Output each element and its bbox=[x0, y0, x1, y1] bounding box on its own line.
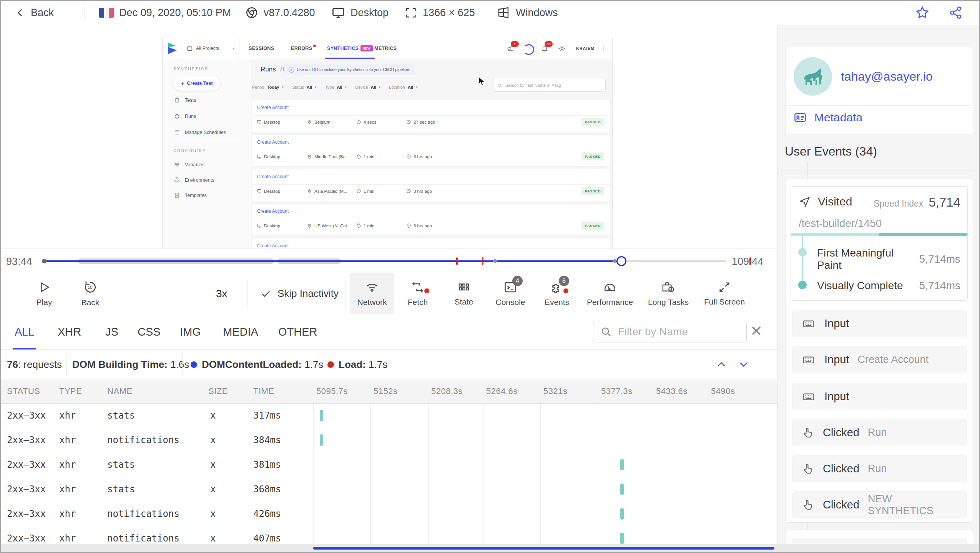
runs-filters: PeriodToday▾ StatusAll▾ TypeAll▾ DeviceA… bbox=[252, 85, 418, 89]
network-request-row[interactable]: 2xx–3xx xhr stats x 317ms bbox=[1, 403, 777, 428]
net-tab-js[interactable]: JS bbox=[105, 314, 118, 349]
filter-device[interactable]: DeviceAll▾ bbox=[355, 85, 380, 89]
cli-link[interactable]: CLI bbox=[312, 67, 318, 72]
horizontal-scrollbar[interactable] bbox=[1, 544, 980, 552]
user-email-link[interactable]: tahay@asayer.io bbox=[841, 70, 933, 84]
run-card[interactable]: Create Account Desktop Canada (Central) … bbox=[252, 238, 610, 248]
filter-input[interactable] bbox=[617, 325, 734, 338]
filter-location[interactable]: LocationAll▾ bbox=[389, 85, 417, 89]
app-tab-metrics[interactable]: METRICS bbox=[374, 38, 397, 59]
network-request-row[interactable]: 2xx–3xx xhr notifications x 384ms bbox=[1, 428, 777, 452]
event-item-clicked[interactable]: Clicked Run bbox=[792, 455, 967, 482]
run-card[interactable]: Create Account Desktop Belgium 4 secs 27… bbox=[252, 100, 610, 132]
marker-diamond[interactable] bbox=[492, 258, 497, 263]
event-item-input[interactable]: Input Create Account bbox=[792, 346, 967, 373]
topbar-divider bbox=[85, 5, 85, 20]
sidebar-section-configure: CONFIGURE bbox=[173, 148, 206, 153]
test-search-input[interactable]: Search by Test Name or #Tag bbox=[493, 79, 606, 92]
back-button[interactable]: Back bbox=[15, 1, 54, 25]
net-tab-other[interactable]: OTHER bbox=[278, 314, 317, 349]
jump-next-button[interactable] bbox=[737, 359, 750, 370]
network-request-row[interactable]: 2xx–3xx xhr stats x 381ms bbox=[1, 452, 777, 477]
id-card-icon bbox=[793, 111, 807, 124]
event-tick[interactable] bbox=[482, 257, 483, 265]
speed-toggle[interactable]: 3x bbox=[216, 273, 228, 314]
network-panel-button[interactable]: Network bbox=[350, 273, 394, 314]
sidebar-item-environments[interactable]: Environments bbox=[174, 177, 214, 183]
calendar-icon bbox=[174, 129, 180, 135]
france-flag-icon bbox=[99, 8, 114, 18]
dom-content-loaded: DOMContentLoaded: 1.7s bbox=[191, 349, 323, 379]
sidebar-item-runs[interactable]: Runs bbox=[174, 113, 196, 119]
run-card[interactable]: Create Account Desktop Asia Pacific (M..… bbox=[252, 169, 610, 201]
event-tick[interactable] bbox=[456, 257, 458, 265]
back-10-icon: 10 bbox=[83, 280, 98, 295]
project-selector[interactable]: All Projects ▾ bbox=[181, 38, 239, 59]
star-icon bbox=[915, 5, 930, 20]
app-user-menu[interactable]: KRAIEM bbox=[576, 46, 595, 51]
terminal-icon: 4 bbox=[503, 280, 517, 294]
session-date: Dec 09, 2020, 05:10 PM bbox=[99, 1, 231, 25]
events-panel-button[interactable]: 6 Events bbox=[536, 273, 578, 314]
net-tab-img[interactable]: IMG bbox=[180, 314, 201, 349]
share-button[interactable] bbox=[948, 1, 963, 25]
app-tab-synthetics[interactable]: SYNTHETICS NEW bbox=[327, 38, 373, 59]
test-name-link[interactable]: Create Account bbox=[257, 139, 289, 145]
event-item-input[interactable]: Input bbox=[792, 383, 967, 410]
filter-period[interactable]: PeriodToday▾ bbox=[252, 85, 284, 89]
timeline-track[interactable] bbox=[44, 249, 726, 273]
scrollbar-thumb[interactable] bbox=[313, 547, 774, 550]
col-t4: 5321s bbox=[543, 379, 567, 403]
create-test-button[interactable]: + Create Test bbox=[173, 76, 220, 91]
close-panel-button[interactable]: ✕ bbox=[750, 323, 762, 339]
run-card[interactable]: Create Account Desktop Middle East (Ba..… bbox=[252, 135, 610, 166]
run-card[interactable]: Create Account Desktop US West (N. Cal..… bbox=[252, 204, 610, 235]
net-tab-all[interactable]: ALL bbox=[15, 314, 35, 349]
announcements-button[interactable]: 1 bbox=[507, 45, 514, 52]
sidebar-item-manage-schedules[interactable]: Manage Schedules bbox=[174, 129, 226, 135]
net-tab-css[interactable]: CSS bbox=[138, 314, 161, 349]
sidebar-item-tests[interactable]: Tests bbox=[174, 97, 196, 103]
event-item-clicked[interactable]: Clicked NEW SYNTHETICS bbox=[792, 491, 967, 518]
performance-panel-button[interactable]: Performance bbox=[583, 273, 637, 314]
long-tasks-panel-button[interactable]: Long Tasks bbox=[643, 273, 693, 314]
console-panel-button[interactable]: 4 Console bbox=[489, 273, 532, 314]
favorite-button[interactable] bbox=[915, 1, 930, 25]
app-tab-sessions[interactable]: SESSIONS bbox=[249, 38, 274, 59]
speed-index-label: Speed Index bbox=[874, 199, 923, 209]
filter-status[interactable]: StatusAll▾ bbox=[292, 85, 317, 89]
jump-previous-button[interactable] bbox=[715, 359, 728, 370]
play-button[interactable]: Play bbox=[27, 273, 61, 314]
playhead[interactable] bbox=[616, 256, 626, 266]
net-tab-xhr[interactable]: XHR bbox=[58, 314, 81, 349]
net-tab-media[interactable]: MEDIA bbox=[223, 314, 258, 349]
notifications-badge: 33 bbox=[545, 41, 553, 47]
network-request-row[interactable]: 2xx–3xx xhr stats x 368ms bbox=[1, 477, 777, 502]
hand-pointer-icon bbox=[801, 426, 814, 439]
status-badge: PASSED bbox=[581, 187, 604, 195]
event-item-input[interactable]: Input bbox=[792, 310, 967, 337]
back-10s-button[interactable]: 10 Back bbox=[73, 273, 108, 314]
event-item-clicked[interactable]: Clicked Run bbox=[792, 419, 967, 446]
sidebar-item-variables[interactable]: Variables bbox=[174, 162, 204, 167]
app-tab-errors[interactable]: ERRORS bbox=[291, 38, 316, 59]
skip-inactivity-toggle[interactable]: Skip Inactivity bbox=[261, 273, 339, 314]
fetch-panel-button[interactable]: Fetch bbox=[397, 273, 439, 314]
user-card: tahay@asayer.io Metadata bbox=[785, 47, 973, 134]
settings-gear-icon[interactable] bbox=[558, 45, 566, 52]
test-name-link[interactable]: Create Account bbox=[257, 174, 289, 179]
kebab-menu-icon[interactable]: ⋮ bbox=[601, 45, 606, 51]
full-screen-button[interactable]: Full Screen bbox=[699, 273, 749, 314]
test-name-link[interactable]: Create Account bbox=[257, 243, 289, 248]
test-name-link[interactable]: Create Account bbox=[257, 105, 289, 110]
metadata-button[interactable]: Metadata bbox=[793, 111, 862, 124]
load-time: Load: 1.7s bbox=[327, 349, 387, 379]
notifications-button[interactable]: 33 bbox=[541, 45, 548, 52]
test-name-link[interactable]: Create Account bbox=[257, 209, 289, 214]
visited-event-card[interactable]: Visited Speed Index 5,714 /test-builder/… bbox=[791, 186, 968, 301]
network-request-row[interactable]: 2xx–3xx xhr notifications x 426ms bbox=[1, 502, 777, 526]
state-panel-button[interactable]: State bbox=[443, 273, 485, 314]
filter-by-name-field[interactable] bbox=[593, 321, 747, 343]
sidebar-item-templates[interactable]: Templates bbox=[174, 192, 207, 198]
filter-type[interactable]: TypeAll▾ bbox=[325, 85, 347, 89]
